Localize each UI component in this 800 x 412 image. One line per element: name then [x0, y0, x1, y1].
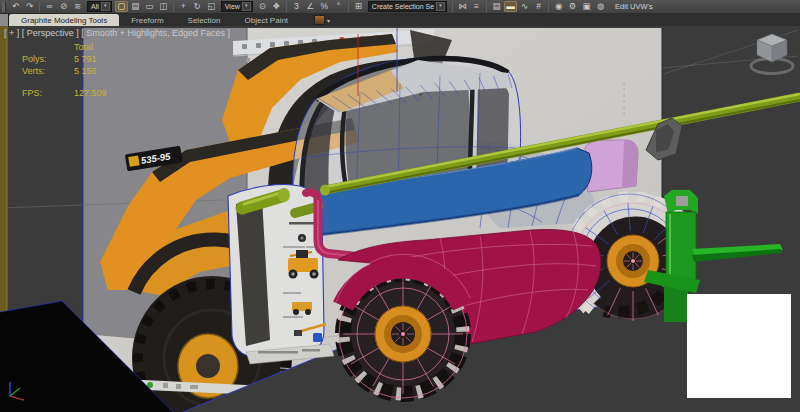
combo-dropdown-icon[interactable]: ▾	[101, 2, 110, 11]
toolbar-separator	[548, 2, 549, 12]
bind-to-space-warp-icon[interactable]: ≋	[71, 1, 84, 12]
material-editor-icon[interactable]: ◉	[552, 1, 565, 12]
render-production-icon[interactable]: ◍	[594, 1, 607, 12]
stats-verts-label: Verts:	[22, 65, 74, 77]
chevron-down-icon: ▾	[327, 17, 330, 24]
qr-code	[687, 294, 791, 398]
ribbon-tab-graphite-modeling-tools[interactable]: Graphite Modeling Tools	[9, 14, 119, 26]
select-and-scale-icon[interactable]: ◱	[205, 1, 218, 12]
viewport-label[interactable]: [ + ] [ Perspective ] [ Smooth + Highlig…	[4, 28, 230, 38]
stats-fps-label: FPS:	[22, 87, 74, 99]
selection-filter-combo[interactable]: All▾	[87, 1, 112, 12]
align-icon[interactable]: ≡	[470, 1, 483, 12]
select-and-manipulate-icon[interactable]: ❖	[270, 1, 283, 12]
stats-total-header: Total	[74, 41, 93, 53]
schematic-view-icon[interactable]: #	[532, 1, 545, 12]
stats-polys-label: Polys:	[22, 53, 74, 65]
main-toolbar: ↶↷∞⊘≋All▾▢▤▭◫+↻◱View▾⊙❖3∠%°⊞Create Selec…	[0, 0, 800, 14]
percent-snap-toggle-icon[interactable]: %	[318, 1, 331, 12]
select-and-link-icon[interactable]: ∞	[43, 1, 56, 12]
toolbar-separator	[286, 2, 287, 12]
ribbon-display-toggle[interactable]: ▾	[314, 14, 330, 26]
viewport-statistics: Total Polys: 5 791 Verts: 5 156 FPS: 127…	[22, 41, 107, 99]
ribbon-tab-selection[interactable]: Selection	[176, 14, 233, 26]
edit-uvws-button[interactable]: Edit UVW's	[615, 2, 653, 11]
ribbon-grip[interactable]	[0, 14, 9, 26]
toolbar-separator	[452, 2, 453, 12]
side-plane-edge	[0, 26, 7, 312]
select-by-name-icon[interactable]: ▤	[129, 1, 142, 12]
window-crossing-icon[interactable]: ◫	[157, 1, 170, 12]
render-setup-icon[interactable]: ⚙	[566, 1, 579, 12]
toolbar-separator	[486, 2, 487, 12]
annotation-a-label: A	[620, 67, 627, 78]
rendered-frame-window-icon[interactable]: ▣	[580, 1, 593, 12]
stats-verts-value: 5 156	[74, 65, 97, 77]
ribbon-tab-freeform[interactable]: Freeform	[119, 14, 175, 26]
named-selection-sets-combo[interactable]: Create Selection Se▾	[368, 1, 447, 12]
edit-named-selection-sets-icon[interactable]: ⊞	[352, 1, 365, 12]
stats-fps-value: 127.509	[74, 87, 107, 99]
redo-icon[interactable]: ↷	[23, 1, 36, 12]
rectangular-selection-region-icon[interactable]: ▭	[143, 1, 156, 12]
combo-dropdown-icon[interactable]: ▾	[242, 2, 251, 11]
frame-logo-icon	[313, 333, 322, 342]
ribbon-tab-object-paint[interactable]: Object Paint	[233, 14, 301, 26]
unlink-selection-icon[interactable]: ⊘	[57, 1, 70, 12]
undo-icon[interactable]: ↶	[9, 1, 22, 12]
mirror-icon[interactable]: ⋈	[456, 1, 469, 12]
combo-dropdown-icon[interactable]: ▾	[436, 2, 445, 11]
toolbar-separator	[173, 2, 174, 12]
select-and-rotate-icon[interactable]: ↻	[191, 1, 204, 12]
ribbon-mini-icon	[314, 15, 325, 25]
toolbar-separator	[348, 2, 349, 12]
toolbar-separator	[39, 2, 40, 12]
toolbar-grip[interactable]	[2, 2, 6, 12]
snaps-toggle-icon[interactable]: 3	[290, 1, 303, 12]
ribbon-toggle-icon[interactable]: ▬	[504, 1, 517, 12]
use-pivot-point-center-icon[interactable]: ⊙	[256, 1, 269, 12]
select-and-move-icon[interactable]: +	[177, 1, 190, 12]
curve-editor-icon[interactable]: ∿	[518, 1, 531, 12]
stats-polys-value: 5 791	[74, 53, 97, 65]
model-pink-block[interactable]	[585, 140, 638, 192]
reference-coordinate-system-combo[interactable]: View▾	[221, 1, 253, 12]
perspective-viewport[interactable]: 535-95	[0, 0, 800, 412]
ribbon-tab-bar: Graphite Modeling ToolsFreeformSelection…	[0, 14, 800, 26]
angle-snap-toggle-icon[interactable]: ∠	[304, 1, 317, 12]
spinner-snap-toggle-icon[interactable]: °	[332, 1, 345, 12]
select-object-icon[interactable]: ▢	[115, 1, 128, 12]
layer-manager-icon[interactable]: ▤	[490, 1, 503, 12]
